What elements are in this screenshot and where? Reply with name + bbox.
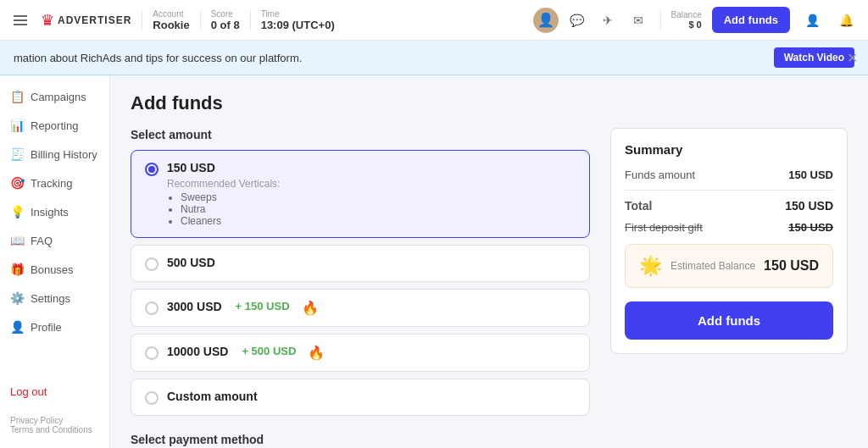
page-title: Add funds bbox=[131, 92, 848, 114]
sidebar-item-label: Billing History bbox=[31, 148, 97, 161]
divider4 bbox=[660, 10, 661, 30]
user-settings-icon[interactable]: 👤 bbox=[800, 8, 824, 32]
top-bar-icons: 👤 💬 ✈ ✉ bbox=[533, 8, 650, 33]
faq-icon: 📖 bbox=[10, 234, 24, 247]
add-funds-topbar-button[interactable]: Add funds bbox=[712, 7, 790, 33]
mail-icon[interactable]: ✉ bbox=[626, 8, 650, 32]
total-row: Total 150 USD bbox=[625, 199, 833, 213]
logout-button[interactable]: Log out bbox=[0, 378, 109, 406]
vertical-item: Nutra bbox=[181, 203, 280, 215]
terms-link[interactable]: Terms and Conditions bbox=[10, 425, 99, 434]
sidebar-item-settings[interactable]: ⚙️ Settings bbox=[0, 284, 109, 312]
first-deposit-row: First deposit gift 150 USD bbox=[625, 221, 833, 234]
billing-icon: 🧾 bbox=[10, 147, 24, 161]
sidebar-item-profile[interactable]: 👤 Profile bbox=[0, 312, 109, 341]
sidebar-item-insights[interactable]: 💡 Insights bbox=[0, 197, 109, 226]
funds-amount-label: Funds amount bbox=[625, 169, 695, 181]
app-root: ♛ ADVERTISER Account Rookie Score 0 of 8… bbox=[0, 0, 868, 448]
divider bbox=[142, 10, 142, 30]
sidebar-item-billing[interactable]: 🧾 Billing History bbox=[0, 140, 109, 169]
logo: ♛ ADVERTISER bbox=[41, 11, 131, 30]
main-content: Add funds Select amount 150 USD Recommen… bbox=[110, 75, 868, 448]
radio-150[interactable] bbox=[145, 163, 159, 176]
logo-text: ADVERTISER bbox=[58, 14, 131, 26]
score-section: Score 0 of 8 bbox=[211, 9, 240, 31]
amount-option-500[interactable]: 500 USD bbox=[131, 245, 590, 282]
sidebar-item-label: Campaigns bbox=[31, 91, 86, 103]
radio-dot-150 bbox=[148, 166, 155, 173]
sidebar-item-tracking[interactable]: 🎯 Tracking bbox=[0, 169, 109, 197]
sidebar-item-faq[interactable]: 📖 FAQ bbox=[0, 226, 109, 255]
radio-500[interactable] bbox=[145, 257, 159, 271]
radio-10000[interactable] bbox=[145, 346, 159, 360]
notifications-icon[interactable]: 🔔 bbox=[834, 8, 858, 32]
bonuses-icon: 🎁 bbox=[10, 263, 24, 276]
radio-custom[interactable] bbox=[145, 391, 159, 405]
divider3 bbox=[250, 10, 251, 30]
sidebar-item-label: Insights bbox=[31, 206, 69, 218]
sidebar-item-campaigns[interactable]: 📋 Campaigns bbox=[0, 82, 109, 111]
score-value: 0 of 8 bbox=[211, 19, 240, 31]
total-label: Total bbox=[625, 199, 652, 213]
summary-card: Summary Funds amount 150 USD Total 150 U… bbox=[610, 128, 848, 354]
insights-icon: 💡 bbox=[10, 205, 24, 218]
hamburger-menu[interactable] bbox=[10, 12, 31, 29]
summary-title: Summary bbox=[625, 142, 833, 157]
amount-label-150: 150 USD bbox=[167, 161, 215, 174]
add-funds-main-button[interactable]: Add funds bbox=[625, 301, 833, 340]
radio-3000[interactable] bbox=[145, 301, 159, 315]
logout-label: Log out bbox=[10, 385, 47, 398]
telegram-icon[interactable]: ✈ bbox=[596, 8, 620, 32]
main-layout: 📋 Campaigns 📊 Reporting 🧾 Billing Histor… bbox=[0, 75, 868, 448]
sidebar-item-label: FAQ bbox=[31, 235, 53, 247]
banner-text: mation about RichAds and tips for succes… bbox=[14, 52, 767, 64]
amount-option-custom[interactable]: Custom amount bbox=[131, 379, 590, 416]
balance-label: Balance bbox=[671, 10, 702, 19]
sidebar-item-label: Tracking bbox=[31, 177, 72, 190]
score-label: Score bbox=[211, 9, 240, 19]
verticals-list: Sweeps Nutra Cleaners bbox=[181, 191, 280, 227]
amount-bonus-10000: + 500 USD bbox=[242, 345, 296, 357]
settings-icon: ⚙️ bbox=[10, 291, 24, 305]
crown-icon: ♛ bbox=[41, 11, 54, 30]
estimated-balance-label: Estimated Balance bbox=[670, 260, 755, 272]
first-deposit-value: 150 USD bbox=[788, 221, 833, 234]
info-banner: mation about RichAds and tips for succes… bbox=[0, 41, 868, 75]
payment-method-label: Select payment method bbox=[131, 433, 590, 446]
summary-divider bbox=[625, 190, 833, 191]
fire-icon-10000: 🔥 bbox=[308, 345, 325, 361]
left-column: Select amount 150 USD Recommended Vertic… bbox=[131, 128, 590, 448]
banner-close-button[interactable]: ✕ bbox=[847, 50, 858, 66]
amount-option-10000[interactable]: 10000 USD + 500 USD 🔥 bbox=[131, 334, 590, 372]
account-label: Account bbox=[153, 9, 189, 19]
profile-icon: 👤 bbox=[10, 320, 24, 334]
balance-emoji-icon: 🌟 bbox=[639, 255, 662, 277]
avatar[interactable]: 👤 bbox=[533, 8, 559, 33]
sidebar-item-reporting[interactable]: 📊 Reporting bbox=[0, 111, 109, 140]
privacy-policy-link[interactable]: Privacy Policy bbox=[10, 416, 99, 425]
estimated-balance-value: 150 USD bbox=[764, 258, 819, 274]
skype-icon[interactable]: 💬 bbox=[565, 8, 589, 32]
top-bar: ♛ ADVERTISER Account Rookie Score 0 of 8… bbox=[0, 0, 868, 41]
payment-section: Select payment method Cards, Bank transf… bbox=[131, 433, 590, 448]
sidebar-item-label: Profile bbox=[31, 321, 62, 334]
amount-details-150: 150 USD Recommended Verticals: Sweeps Nu… bbox=[167, 161, 280, 227]
watch-video-button[interactable]: Watch Video bbox=[774, 47, 854, 68]
time-section: Time 13:09 (UTC+0) bbox=[261, 9, 335, 31]
funds-amount-value: 150 USD bbox=[788, 169, 833, 181]
total-value: 150 USD bbox=[785, 199, 833, 213]
account-section: Account Rookie bbox=[153, 9, 189, 31]
right-column: Summary Funds amount 150 USD Total 150 U… bbox=[610, 128, 848, 448]
sidebar-item-bonuses[interactable]: 🎁 Bonuses bbox=[0, 255, 109, 284]
fire-icon-3000: 🔥 bbox=[302, 300, 319, 316]
time-label: Time bbox=[261, 9, 335, 19]
amount-option-3000[interactable]: 3000 USD + 150 USD 🔥 bbox=[131, 289, 590, 327]
sidebar-item-label: Bonuses bbox=[31, 263, 74, 276]
select-amount-label: Select amount bbox=[131, 128, 590, 141]
balance-section: Balance $ 0 bbox=[671, 10, 702, 30]
vertical-item: Sweeps bbox=[181, 191, 280, 203]
vertical-item: Cleaners bbox=[181, 215, 280, 227]
recommended-verticals: Recommended Verticals: Sweeps Nutra Clea… bbox=[167, 178, 280, 227]
amount-label-500: 500 USD bbox=[167, 256, 215, 269]
amount-option-150[interactable]: 150 USD Recommended Verticals: Sweeps Nu… bbox=[131, 150, 590, 238]
